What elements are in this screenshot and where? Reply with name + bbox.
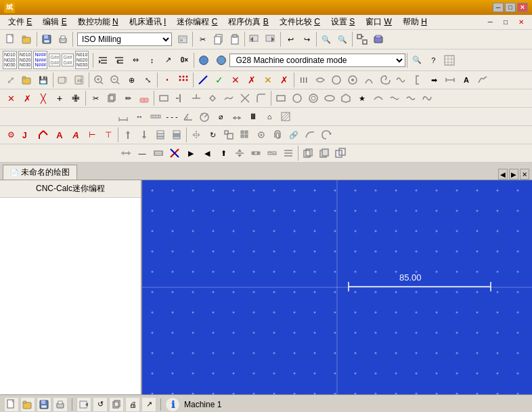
scissors-button[interactable]: ✂ <box>88 91 103 106</box>
coord-icon2[interactable] <box>214 53 229 68</box>
rotate-button[interactable]: ↕ <box>144 53 159 68</box>
check-button[interactable]: ✓ <box>212 73 227 87</box>
star-button[interactable]: ★ <box>355 91 370 106</box>
zoom-fit-button[interactable] <box>355 32 370 47</box>
bracket-button[interactable] <box>410 73 425 87</box>
status-info-btn[interactable]: ℹ <box>165 397 180 412</box>
window-close-right[interactable]: ✕ <box>513 17 529 27</box>
spline-button[interactable] <box>475 73 490 87</box>
undo-button[interactable]: ↩ <box>283 32 298 47</box>
select-tool[interactable]: ⤢ <box>3 73 18 87</box>
loop-button[interactable] <box>420 91 435 106</box>
wave-button[interactable] <box>394 73 409 87</box>
open-button[interactable] <box>20 32 35 47</box>
slash-button[interactable]: ✗ <box>277 73 292 87</box>
print-button[interactable] <box>56 32 70 47</box>
menu-settings[interactable]: 设置 S <box>326 15 360 29</box>
menu-help[interactable]: 帮助 H <box>397 15 433 29</box>
machine-icon-button[interactable] <box>371 32 386 47</box>
trim-button[interactable] <box>238 91 252 106</box>
open2-button[interactable] <box>20 73 35 87</box>
info-btn2[interactable]: ? <box>426 53 441 68</box>
close-button[interactable]: ✕ <box>517 3 528 12</box>
save2-button[interactable]: 💾 <box>36 73 51 87</box>
menu-cnc[interactable]: 数控功能 N <box>72 15 124 29</box>
attach-btn[interactable] <box>270 127 285 142</box>
nc-lines-display4[interactable]: G##G## <box>49 54 60 66</box>
special1-btn[interactable]: ⊢ <box>85 127 99 142</box>
open3-button[interactable] <box>56 73 70 87</box>
status-print-btn[interactable] <box>53 397 68 412</box>
bottom3-btn[interactable] <box>151 146 166 161</box>
grid-btn[interactable] <box>442 53 457 68</box>
nc-lines-display3[interactable]: N###N###N### <box>33 51 47 69</box>
measure-button[interactable] <box>443 73 458 87</box>
zoom-fit2-button[interactable]: ⤡ <box>140 73 155 87</box>
copy5-btn[interactable] <box>333 146 348 161</box>
chain-button[interactable] <box>205 91 220 106</box>
polygon-button[interactable] <box>338 91 353 106</box>
bottom7-btn[interactable]: ⬆ <box>216 146 231 161</box>
zoom-window-button[interactable] <box>108 73 123 87</box>
nc-lines-display5[interactable]: G##G## <box>62 54 73 66</box>
mirror2-btn[interactable] <box>189 127 204 142</box>
angle-btn[interactable] <box>181 109 196 124</box>
window-min-right[interactable]: □ <box>498 17 513 27</box>
nc-lines-display2[interactable]: N010N020N030 <box>18 51 32 69</box>
menu-sim[interactable]: 程序仿真 B <box>223 15 273 29</box>
copy-button[interactable] <box>211 32 226 47</box>
xmark1-button[interactable]: ✕ <box>3 91 18 106</box>
copy3-btn[interactable] <box>301 146 315 161</box>
tang-button[interactable] <box>221 91 236 106</box>
spiral-button[interactable] <box>378 73 393 87</box>
bottom11-btn[interactable] <box>281 146 296 161</box>
diam-btn[interactable]: ⌀ <box>213 109 228 124</box>
saveas-button[interactable]: AS <box>72 73 87 87</box>
link-btn[interactable]: 🔗 <box>286 127 301 142</box>
menu-file[interactable]: 文件 E <box>3 15 37 29</box>
bottom8-btn[interactable] <box>232 146 247 161</box>
status-new-btn[interactable] <box>4 397 19 412</box>
snap-btn[interactable] <box>254 127 269 142</box>
layer-btn[interactable] <box>153 127 168 142</box>
mirror-button[interactable]: ⇔ <box>128 53 143 68</box>
plus-button[interactable]: + <box>52 91 67 106</box>
bottom9-btn[interactable] <box>248 146 263 161</box>
arrow-button[interactable]: ➡ <box>426 73 441 87</box>
rect2-button[interactable] <box>273 91 288 106</box>
coord-icon[interactable] <box>196 53 211 68</box>
window-restore-right[interactable]: ─ <box>483 17 498 27</box>
circle2-button[interactable] <box>345 73 360 87</box>
eraser-button[interactable] <box>137 91 152 106</box>
rotate2-btn[interactable]: ↻ <box>205 127 220 142</box>
fillet-button[interactable] <box>254 91 269 106</box>
xmark2-button[interactable]: ✗ <box>20 91 35 106</box>
scale2-btn[interactable] <box>221 127 236 142</box>
text-button[interactable]: A <box>459 73 474 87</box>
bottom4-btn[interactable] <box>167 146 182 161</box>
menu-compare[interactable]: 文件比较 C <box>274 15 326 29</box>
layer2-btn[interactable] <box>169 127 184 142</box>
status-export-btn[interactable]: ↗ <box>141 397 156 412</box>
bottom1-btn[interactable] <box>118 146 133 161</box>
italic-btn[interactable]: A <box>68 127 83 142</box>
new-button[interactable] <box>3 32 18 47</box>
program-select[interactable]: ISO Milling <box>77 33 172 46</box>
cross-button[interactable]: ✗ <box>244 73 259 87</box>
weld-button[interactable] <box>189 91 204 106</box>
circle3-button[interactable] <box>290 91 305 106</box>
menu-mini-prog[interactable]: 迷你编程 C <box>171 15 223 29</box>
special-button[interactable] <box>313 73 328 87</box>
dash-btn[interactable]: - - - <box>164 109 179 124</box>
loop2-btn[interactable] <box>319 127 334 142</box>
special2-btn[interactable]: ⊤ <box>101 127 116 142</box>
coord-mode-select[interactable]: G28 Machine coordinate mode G54 Work coo… <box>229 54 405 67</box>
save-button[interactable] <box>39 32 54 47</box>
pipe-button[interactable] <box>173 91 187 106</box>
dim-btn[interactable] <box>116 109 131 124</box>
copy2-button[interactable] <box>104 91 119 106</box>
status-save-btn[interactable] <box>37 397 51 412</box>
ruler-btn[interactable] <box>148 109 163 124</box>
squiggle-button[interactable] <box>387 91 402 106</box>
outdent-button[interactable] <box>112 53 127 68</box>
